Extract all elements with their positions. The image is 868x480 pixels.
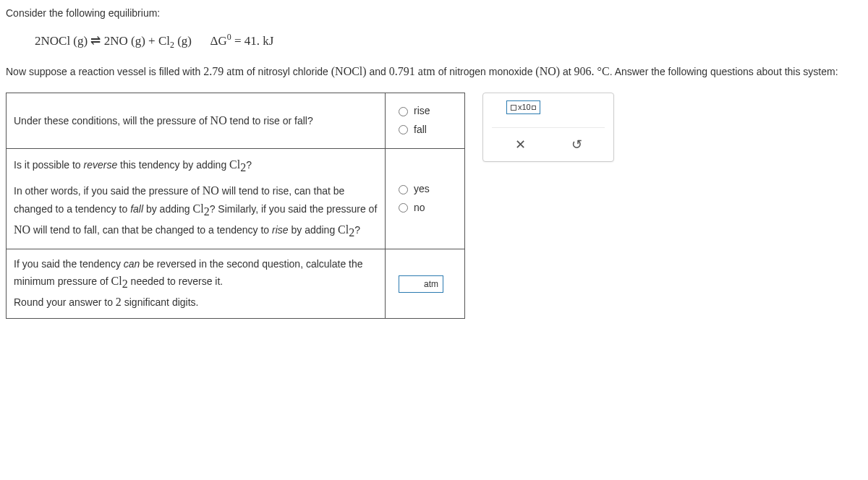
sci-notation-button[interactable]: x10 (506, 100, 540, 114)
atm-input-wrapper[interactable]: atm (399, 275, 443, 293)
q2-label-no[interactable]: no (414, 200, 425, 216)
scenario-paragraph: Now suppose a reaction vessel is filled … (6, 64, 862, 80)
q1-radio-fall[interactable] (399, 125, 408, 134)
intro-text: Consider the following equilibrium: (6, 7, 862, 19)
reset-button[interactable]: ↺ (564, 134, 590, 155)
eq-dg-val: = 41. kJ (231, 34, 274, 48)
unit-label: atm (424, 278, 438, 291)
table-row: Under these conditions, will the pressur… (7, 93, 465, 148)
close-button[interactable]: ✕ (508, 134, 533, 155)
q1-label-fall[interactable]: fall (414, 122, 427, 138)
q2-radio-no[interactable] (399, 203, 408, 213)
q2-label-yes[interactable]: yes (414, 181, 430, 197)
table-row: If you said the tendency can be reversed… (7, 249, 465, 319)
q1-answers: rise fall (386, 93, 465, 148)
placeholder-box-icon (511, 105, 516, 111)
equilibrium-equation: 2NOCl (g) ⇌ 2NO (g) + Cl2 (g) ΔG0 = 41. … (35, 32, 862, 51)
q1-label-rise[interactable]: rise (414, 103, 430, 119)
close-icon: ✕ (515, 137, 526, 152)
pressure-input[interactable] (404, 279, 421, 289)
toolbox: x10 ✕ ↺ (482, 93, 614, 162)
q2-cell: Is it possible to reverse this tendency … (7, 148, 386, 249)
eq-rhs1: 2NO (g) (104, 34, 145, 48)
eq-dg: ΔG (210, 34, 227, 48)
table-row: Is it possible to reverse this tendency … (7, 148, 465, 249)
q1-cell: Under these conditions, will the pressur… (7, 93, 386, 148)
q1-radio-rise[interactable] (399, 107, 408, 116)
eq-cl-state: (g) (174, 34, 192, 48)
q3-cell: If you said the tendency can be reversed… (7, 249, 386, 319)
q2-radio-yes[interactable] (399, 185, 408, 194)
eq-plus: + (148, 34, 156, 48)
q2-answers: yes no (386, 148, 465, 249)
placeholder-exp-icon (532, 106, 536, 110)
eq-cl: Cl (158, 34, 170, 48)
questions-table: Under these conditions, will the pressur… (6, 93, 465, 319)
equilibrium-arrow-icon: ⇌ (90, 34, 101, 48)
eq-lhs: 2NOCl (g) (35, 34, 88, 48)
q3-answers: atm (386, 249, 465, 319)
reset-icon: ↺ (571, 137, 582, 152)
